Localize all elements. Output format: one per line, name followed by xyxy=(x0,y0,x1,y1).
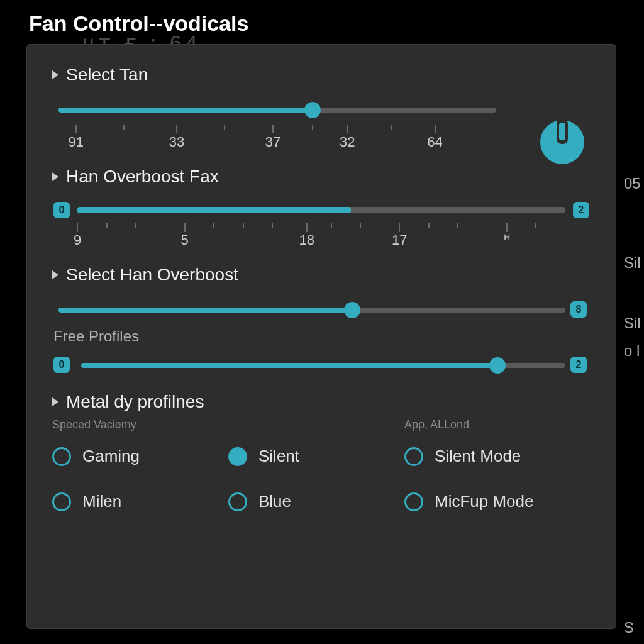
range-max-badge: 2 xyxy=(573,202,589,218)
section-select-tan: Select Tan 9133373264 xyxy=(27,65,616,150)
radio-icon xyxy=(228,492,247,511)
divider xyxy=(52,480,591,480)
radio-label: Gaming xyxy=(82,447,140,466)
tick-label: 37 xyxy=(265,134,280,150)
tick-label: ᴴ xyxy=(504,232,510,248)
radio-icon xyxy=(52,492,71,511)
slider-ticks: 9133373264 xyxy=(58,125,496,150)
section-select-han-overboost: Select Han Overboost 8 Free Profiles 0 2 xyxy=(27,265,616,374)
slider-select-han-overboost[interactable] xyxy=(58,301,565,319)
chevron-right-icon[interactable] xyxy=(52,172,58,181)
slider-select-tan[interactable] xyxy=(58,101,496,119)
radio-label: Silent xyxy=(258,447,299,466)
cropped-text: Sil xyxy=(624,254,641,272)
section-title: Han Overboost Fax xyxy=(66,167,219,187)
radio-option[interactable]: Silent xyxy=(228,447,404,466)
power-icon[interactable] xyxy=(540,120,584,164)
slider-free-profiles[interactable] xyxy=(81,357,565,374)
radio-option[interactable]: Milen xyxy=(52,492,228,511)
tick-label: 64 xyxy=(427,134,442,150)
radio-icon xyxy=(52,447,71,466)
tick-label: 33 xyxy=(169,134,184,150)
tick-label: 17 xyxy=(392,232,407,248)
range-min-badge: 0 xyxy=(53,202,70,218)
profiles-row: MilenBlueMicFup Mode xyxy=(27,492,616,511)
radio-option[interactable]: MicFup Mode xyxy=(404,492,606,511)
section-profiles: Metal dy profilnes xyxy=(27,392,616,412)
radio-icon xyxy=(404,447,423,466)
radio-label: MicFup Mode xyxy=(435,492,534,511)
cropped-text: S xyxy=(624,619,634,636)
column-header: App, ALLond xyxy=(404,418,606,431)
column-header: Speced Vaciemy xyxy=(52,418,228,431)
tick-label: 9 xyxy=(74,232,81,248)
radio-label: Milen xyxy=(82,492,121,511)
radio-label: Blue xyxy=(258,492,291,511)
radio-label: Silent Mode xyxy=(435,447,521,466)
chevron-right-icon[interactable] xyxy=(52,70,58,79)
range-max-badge: 2 xyxy=(570,357,587,373)
cropped-text: 05 xyxy=(624,175,641,192)
range-max-badge: 8 xyxy=(570,301,587,318)
section-title: Metal dy profilnes xyxy=(66,392,204,412)
chevron-right-icon[interactable] xyxy=(52,270,58,279)
radio-option[interactable]: Gaming xyxy=(52,447,228,466)
radio-icon xyxy=(228,447,247,466)
tick-label: 18 xyxy=(299,232,314,248)
tick-label: 32 xyxy=(340,134,355,150)
radio-option[interactable]: Blue xyxy=(228,492,404,511)
profiles-row: GamingSilentSilent Mode xyxy=(27,447,616,466)
tick-label: 91 xyxy=(69,134,84,150)
section-title: Select Han Overboost xyxy=(66,265,238,285)
slider-ticks: 951817ᴴ xyxy=(77,223,565,248)
radio-option[interactable]: Silent Mode xyxy=(404,447,606,466)
cropped-text: o l xyxy=(624,342,640,360)
profiles-header-row: Speced Vaciemy App, ALLond xyxy=(27,418,616,439)
cropped-text: Sil xyxy=(624,314,641,332)
radio-icon xyxy=(404,492,423,511)
slider-han-overboost-fax[interactable] xyxy=(77,203,565,217)
range-min-badge: 0 xyxy=(53,357,70,373)
tick-label: 5 xyxy=(181,232,189,248)
sub-section-title: Free Profiles xyxy=(53,328,591,345)
section-han-overboost-fax: Han Overboost Fax 0 2 951817ᴴ xyxy=(27,167,616,248)
section-title: Select Tan xyxy=(66,65,148,85)
chevron-right-icon[interactable] xyxy=(52,397,58,406)
main-panel: Select Tan 9133373264 Han Overboost Fax … xyxy=(26,44,616,629)
